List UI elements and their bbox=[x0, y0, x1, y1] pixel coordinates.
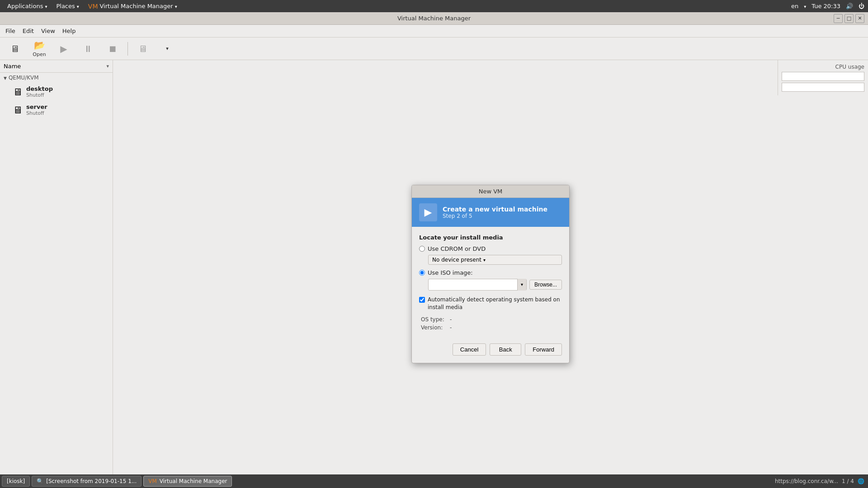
vm-item-desktop[interactable]: 🖥 desktop Shutoff bbox=[0, 83, 113, 101]
virt-manager-chevron bbox=[175, 3, 177, 9]
os-type-key: OS type: bbox=[421, 316, 448, 323]
iso-dropdown-arrow[interactable]: ▾ bbox=[517, 279, 526, 291]
cdrom-dropdown[interactable]: No device present bbox=[428, 255, 562, 265]
title-bar-controls: ─ □ ✕ bbox=[834, 14, 864, 23]
dialog-header-text: Create a new virtual machine Step 2 of 5 bbox=[443, 206, 547, 219]
run-icon: ▶ bbox=[60, 43, 67, 54]
iso-radio[interactable] bbox=[419, 270, 425, 276]
minimize-button[interactable]: ─ bbox=[834, 14, 843, 23]
run-button: ▶ bbox=[52, 42, 75, 56]
os-type-value: - bbox=[450, 316, 452, 323]
close-button[interactable]: ✕ bbox=[855, 14, 864, 23]
content-area: Name ▾ QEMU/KVM 🖥 desktop Shutoff bbox=[0, 60, 868, 488]
vm-info-server: server Shutoff bbox=[26, 103, 47, 116]
window-title: Virtual Machine Manager bbox=[397, 15, 471, 22]
open-button[interactable]: 📂 Open bbox=[28, 38, 51, 59]
os-type-row: OS type: - bbox=[421, 316, 562, 323]
right-panel: CPU usage New VM ▶ bbox=[113, 60, 868, 488]
taskbar-item-kiosk-label: [kiosk] bbox=[7, 478, 25, 484]
cdrom-dropdown-chevron bbox=[483, 257, 486, 263]
taskbar-browser-icon: 🌐 bbox=[858, 478, 864, 484]
power-icon[interactable]: ⏻ bbox=[859, 3, 864, 9]
system-bar-left: Applications Places VM Virtual Machine M… bbox=[4, 2, 181, 11]
maximize-button[interactable]: □ bbox=[844, 14, 854, 23]
app-window: Virtual Machine Manager ─ □ ✕ File Edit … bbox=[0, 12, 868, 488]
taskbar-url: https://blog.conr.ca/w... bbox=[775, 478, 838, 484]
auto-detect-checkbox[interactable] bbox=[419, 297, 425, 303]
places-chevron bbox=[77, 3, 79, 9]
locale-chevron bbox=[804, 3, 806, 9]
dialog-header-banner: ▶ Create a new virtual machine Step 2 of… bbox=[412, 198, 569, 227]
iso-radio-row: Use ISO image: bbox=[419, 269, 562, 276]
view-menu[interactable]: View bbox=[38, 26, 59, 36]
dialog-title: New VM bbox=[479, 188, 503, 195]
iso-input-row: ▾ Browse... bbox=[428, 279, 562, 291]
locale-indicator[interactable]: en bbox=[791, 3, 798, 9]
group-collapse-icon bbox=[4, 75, 7, 81]
browse-button[interactable]: Browse... bbox=[529, 280, 562, 290]
system-bar: Applications Places VM Virtual Machine M… bbox=[0, 0, 868, 12]
console-icon: 🖥 bbox=[138, 43, 147, 54]
places-label: Places bbox=[56, 3, 75, 9]
toolbar-dropdown[interactable]: ▾ bbox=[156, 44, 179, 53]
dialog-header-step: Step 2 of 5 bbox=[443, 213, 547, 219]
open-label: Open bbox=[33, 52, 46, 57]
taskbar-right: https://blog.conr.ca/w... 1 / 4 🌐 bbox=[775, 478, 864, 484]
auto-detect-row: Automatically detect operating system ba… bbox=[419, 296, 562, 311]
pause-icon: ⏸ bbox=[84, 43, 93, 54]
applications-label: Applications bbox=[7, 3, 43, 9]
forward-button[interactable]: Forward bbox=[525, 343, 562, 356]
console-button: 🖥 bbox=[132, 42, 154, 56]
file-menu[interactable]: File bbox=[2, 26, 19, 36]
dialog-footer: Cancel Back Forward bbox=[412, 340, 569, 363]
version-value: - bbox=[450, 324, 452, 331]
pause-button: ⏸ bbox=[77, 42, 99, 56]
taskbar-item-screenshot[interactable]: 🔍 [Screenshot from 2019-01-15 1... bbox=[32, 476, 142, 487]
title-bar: Virtual Machine Manager ─ □ ✕ bbox=[0, 12, 868, 25]
volume-icon[interactable]: 🔊 bbox=[846, 3, 853, 9]
open-icon: 📂 bbox=[34, 40, 45, 51]
cdrom-radio[interactable] bbox=[419, 246, 425, 252]
menu-bar: File Edit View Help bbox=[0, 25, 868, 38]
dialog-header-icon: ▶ bbox=[419, 203, 437, 221]
taskbar-item-kiosk[interactable]: [kiosk] bbox=[2, 476, 30, 487]
toolbar-separator bbox=[127, 42, 128, 56]
virt-manager-icon: VM bbox=[88, 3, 98, 10]
cancel-button[interactable]: Cancel bbox=[453, 343, 486, 356]
back-button[interactable]: Back bbox=[490, 343, 521, 356]
screenshot-icon: 🔍 bbox=[37, 478, 43, 484]
dialog-body: Locate your install media Use CDROM or D… bbox=[412, 227, 569, 340]
column-header-name: Name bbox=[4, 63, 21, 70]
column-header: Name ▾ bbox=[0, 60, 113, 73]
taskbar-item-virt-label: Virtual Machine Manager bbox=[160, 478, 227, 484]
vm-icon-desktop: 🖥 bbox=[13, 86, 23, 98]
version-row: Version: - bbox=[421, 324, 562, 331]
clock: Tue 20:33 bbox=[811, 3, 840, 9]
system-bar-right: en Tue 20:33 🔊 ⏻ bbox=[791, 3, 864, 9]
vm-icon-server: 🖥 bbox=[13, 104, 23, 116]
version-key: Version: bbox=[421, 324, 448, 331]
iso-input-container: ▾ bbox=[428, 279, 527, 291]
cdrom-radio-row: Use CDROM or DVD bbox=[419, 245, 562, 252]
toolbar-dropdown-arrow: ▾ bbox=[166, 46, 169, 52]
group-label: QEMU/KVM bbox=[9, 75, 39, 81]
sidebar: Name ▾ QEMU/KVM 🖥 desktop Shutoff bbox=[0, 60, 113, 488]
section-label: Locate your install media bbox=[419, 234, 562, 241]
places-menu[interactable]: Places bbox=[52, 2, 82, 10]
vm-name-server: server bbox=[26, 103, 47, 110]
dialog-titlebar: New VM bbox=[412, 185, 569, 198]
edit-menu[interactable]: Edit bbox=[19, 26, 38, 36]
applications-menu[interactable]: Applications bbox=[4, 2, 51, 10]
new-vm-button[interactable]: 🖥 bbox=[4, 42, 26, 56]
virt-manager-menu[interactable]: VM Virtual Machine Manager bbox=[85, 2, 181, 11]
new-vm-icon: 🖥 bbox=[10, 43, 19, 54]
help-menu[interactable]: Help bbox=[59, 26, 80, 36]
stop-icon: ⏹ bbox=[108, 43, 117, 54]
iso-radio-label: Use ISO image: bbox=[428, 269, 473, 276]
dialog-header-title: Create a new virtual machine bbox=[443, 206, 547, 213]
vm-list: QEMU/KVM 🖥 desktop Shutoff 🖥 server Shut… bbox=[0, 73, 113, 488]
vm-group-header[interactable]: QEMU/KVM bbox=[0, 73, 113, 83]
vm-item-server[interactable]: 🖥 server Shutoff bbox=[0, 101, 113, 119]
iso-input[interactable] bbox=[429, 282, 517, 288]
taskbar-item-virt-manager[interactable]: VM Virtual Machine Manager bbox=[143, 476, 232, 487]
